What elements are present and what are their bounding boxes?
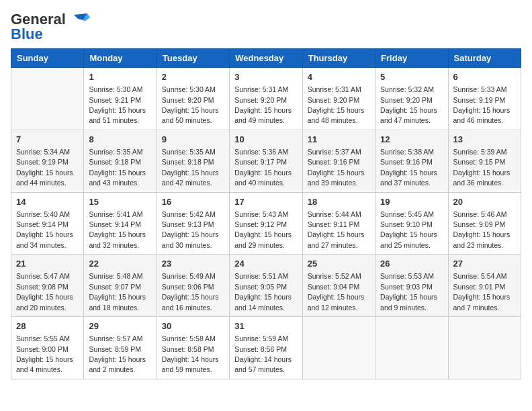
calendar-cell — [302, 317, 375, 379]
calendar-cell: 21 Sunrise: 5:47 AMSunset: 9:08 PMDaylig… — [11, 255, 84, 317]
day-info: Sunrise: 5:51 AMSunset: 9:05 PMDaylight:… — [234, 272, 292, 311]
calendar-cell: 16 Sunrise: 5:42 AMSunset: 9:13 PMDaylig… — [157, 192, 229, 255]
day-info: Sunrise: 5:59 AMSunset: 8:56 PMDaylight:… — [234, 334, 292, 373]
day-number: 26 — [380, 258, 443, 270]
page-header: General Blue — [11, 11, 521, 43]
day-number: 19 — [380, 196, 443, 208]
day-info: Sunrise: 5:31 AMSunset: 9:20 PMDaylight:… — [308, 85, 365, 124]
day-info: Sunrise: 5:49 AMSunset: 9:06 PMDaylight:… — [162, 272, 219, 311]
calendar-cell: 18 Sunrise: 5:44 AMSunset: 9:11 PMDaylig… — [302, 192, 375, 255]
col-header-friday: Friday — [375, 49, 448, 68]
day-info: Sunrise: 5:52 AMSunset: 9:04 PMDaylight:… — [308, 272, 365, 311]
col-header-tuesday: Tuesday — [157, 49, 229, 68]
calendar-cell: 25 Sunrise: 5:52 AMSunset: 9:04 PMDaylig… — [302, 255, 375, 317]
day-info: Sunrise: 5:32 AMSunset: 9:20 PMDaylight:… — [380, 85, 437, 124]
day-number: 3 — [234, 71, 297, 83]
day-info: Sunrise: 5:57 AMSunset: 8:59 PMDaylight:… — [89, 334, 146, 373]
logo-blue-text: Blue — [11, 26, 43, 43]
day-info: Sunrise: 5:30 AMSunset: 9:21 PMDaylight:… — [89, 85, 146, 124]
calendar-cell: 6 Sunrise: 5:33 AMSunset: 9:19 PMDayligh… — [448, 68, 521, 130]
calendar-cell — [375, 317, 448, 379]
day-info: Sunrise: 5:48 AMSunset: 9:07 PMDaylight:… — [89, 272, 146, 311]
calendar-week-row: 21 Sunrise: 5:47 AMSunset: 9:08 PMDaylig… — [11, 255, 521, 317]
day-number: 17 — [234, 196, 297, 208]
calendar-cell: 14 Sunrise: 5:40 AMSunset: 9:14 PMDaylig… — [11, 192, 84, 255]
day-number: 31 — [234, 320, 297, 332]
day-number: 25 — [308, 258, 370, 270]
day-number: 7 — [16, 134, 79, 146]
day-number: 6 — [453, 71, 516, 83]
day-number: 12 — [380, 134, 443, 146]
calendar-cell: 31 Sunrise: 5:59 AMSunset: 8:56 PMDaylig… — [230, 317, 302, 379]
day-number: 29 — [89, 320, 151, 332]
day-info: Sunrise: 5:46 AMSunset: 9:09 PMDaylight:… — [453, 210, 511, 249]
calendar-cell: 1 Sunrise: 5:30 AMSunset: 9:21 PMDayligh… — [84, 68, 157, 130]
calendar-header-row: SundayMondayTuesdayWednesdayThursdayFrid… — [11, 49, 521, 68]
day-info: Sunrise: 5:30 AMSunset: 9:20 PMDaylight:… — [162, 85, 219, 124]
col-header-saturday: Saturday — [448, 49, 521, 68]
day-info: Sunrise: 5:31 AMSunset: 9:20 PMDaylight:… — [234, 85, 292, 124]
day-info: Sunrise: 5:38 AMSunset: 9:16 PMDaylight:… — [380, 148, 437, 187]
calendar-cell: 24 Sunrise: 5:51 AMSunset: 9:05 PMDaylig… — [230, 255, 302, 317]
calendar-cell: 4 Sunrise: 5:31 AMSunset: 9:20 PMDayligh… — [302, 68, 375, 130]
day-number: 28 — [16, 320, 79, 332]
day-info: Sunrise: 5:40 AMSunset: 9:14 PMDaylight:… — [16, 210, 73, 249]
calendar-cell — [448, 317, 521, 379]
day-info: Sunrise: 5:53 AMSunset: 9:03 PMDaylight:… — [380, 272, 437, 311]
calendar-week-row: 28 Sunrise: 5:55 AMSunset: 9:00 PMDaylig… — [11, 317, 521, 379]
day-number: 2 — [162, 71, 224, 83]
calendar-cell: 3 Sunrise: 5:31 AMSunset: 9:20 PMDayligh… — [230, 68, 302, 130]
calendar-cell: 28 Sunrise: 5:55 AMSunset: 9:00 PMDaylig… — [11, 317, 84, 379]
calendar-cell: 23 Sunrise: 5:49 AMSunset: 9:06 PMDaylig… — [157, 255, 229, 317]
day-number: 22 — [89, 258, 151, 270]
calendar-cell — [11, 68, 84, 130]
calendar-cell: 9 Sunrise: 5:35 AMSunset: 9:18 PMDayligh… — [157, 130, 229, 192]
calendar-cell: 11 Sunrise: 5:37 AMSunset: 9:16 PMDaylig… — [302, 130, 375, 192]
calendar-cell: 2 Sunrise: 5:30 AMSunset: 9:20 PMDayligh… — [157, 68, 229, 130]
day-number: 21 — [16, 258, 79, 270]
day-info: Sunrise: 5:58 AMSunset: 8:58 PMDaylight:… — [162, 334, 219, 373]
day-number: 16 — [162, 196, 224, 208]
day-info: Sunrise: 5:54 AMSunset: 9:01 PMDaylight:… — [453, 272, 511, 311]
day-number: 9 — [162, 134, 224, 146]
logo-bird-icon — [69, 12, 90, 27]
day-info: Sunrise: 5:37 AMSunset: 9:16 PMDaylight:… — [308, 148, 365, 187]
day-info: Sunrise: 5:35 AMSunset: 9:18 PMDaylight:… — [89, 148, 146, 187]
calendar-week-row: 14 Sunrise: 5:40 AMSunset: 9:14 PMDaylig… — [11, 192, 521, 255]
calendar-cell: 20 Sunrise: 5:46 AMSunset: 9:09 PMDaylig… — [448, 192, 521, 255]
day-info: Sunrise: 5:41 AMSunset: 9:14 PMDaylight:… — [89, 210, 146, 249]
calendar-cell: 15 Sunrise: 5:41 AMSunset: 9:14 PMDaylig… — [84, 192, 157, 255]
day-info: Sunrise: 5:43 AMSunset: 9:12 PMDaylight:… — [234, 210, 292, 249]
day-number: 4 — [308, 71, 370, 83]
calendar-week-row: 7 Sunrise: 5:34 AMSunset: 9:19 PMDayligh… — [11, 130, 521, 192]
calendar-cell: 29 Sunrise: 5:57 AMSunset: 8:59 PMDaylig… — [84, 317, 157, 379]
day-info: Sunrise: 5:42 AMSunset: 9:13 PMDaylight:… — [162, 210, 219, 249]
calendar-cell: 22 Sunrise: 5:48 AMSunset: 9:07 PMDaylig… — [84, 255, 157, 317]
calendar-cell: 7 Sunrise: 5:34 AMSunset: 9:19 PMDayligh… — [11, 130, 84, 192]
day-number: 18 — [308, 196, 370, 208]
day-number: 10 — [234, 134, 297, 146]
calendar-cell: 30 Sunrise: 5:58 AMSunset: 8:58 PMDaylig… — [157, 317, 229, 379]
day-number: 20 — [453, 196, 516, 208]
calendar-cell: 8 Sunrise: 5:35 AMSunset: 9:18 PMDayligh… — [84, 130, 157, 192]
day-number: 24 — [234, 258, 297, 270]
day-info: Sunrise: 5:39 AMSunset: 9:15 PMDaylight:… — [453, 148, 511, 187]
day-info: Sunrise: 5:36 AMSunset: 9:17 PMDaylight:… — [234, 148, 292, 187]
calendar-cell: 5 Sunrise: 5:32 AMSunset: 9:20 PMDayligh… — [375, 68, 448, 130]
day-info: Sunrise: 5:44 AMSunset: 9:11 PMDaylight:… — [308, 210, 365, 249]
calendar-cell: 10 Sunrise: 5:36 AMSunset: 9:17 PMDaylig… — [230, 130, 302, 192]
day-number: 5 — [380, 71, 443, 83]
day-info: Sunrise: 5:35 AMSunset: 9:18 PMDaylight:… — [162, 148, 219, 187]
day-info: Sunrise: 5:33 AMSunset: 9:19 PMDaylight:… — [453, 85, 511, 124]
calendar-table: SundayMondayTuesdayWednesdayThursdayFrid… — [11, 48, 521, 379]
calendar-cell: 26 Sunrise: 5:53 AMSunset: 9:03 PMDaylig… — [375, 255, 448, 317]
day-number: 30 — [162, 320, 224, 332]
day-number: 8 — [89, 134, 151, 146]
day-number: 14 — [16, 196, 79, 208]
calendar-cell: 27 Sunrise: 5:54 AMSunset: 9:01 PMDaylig… — [448, 255, 521, 317]
col-header-sunday: Sunday — [11, 49, 84, 68]
day-number: 13 — [453, 134, 516, 146]
day-number: 23 — [162, 258, 224, 270]
calendar-week-row: 1 Sunrise: 5:30 AMSunset: 9:21 PMDayligh… — [11, 68, 521, 130]
day-info: Sunrise: 5:34 AMSunset: 9:19 PMDaylight:… — [16, 148, 73, 187]
